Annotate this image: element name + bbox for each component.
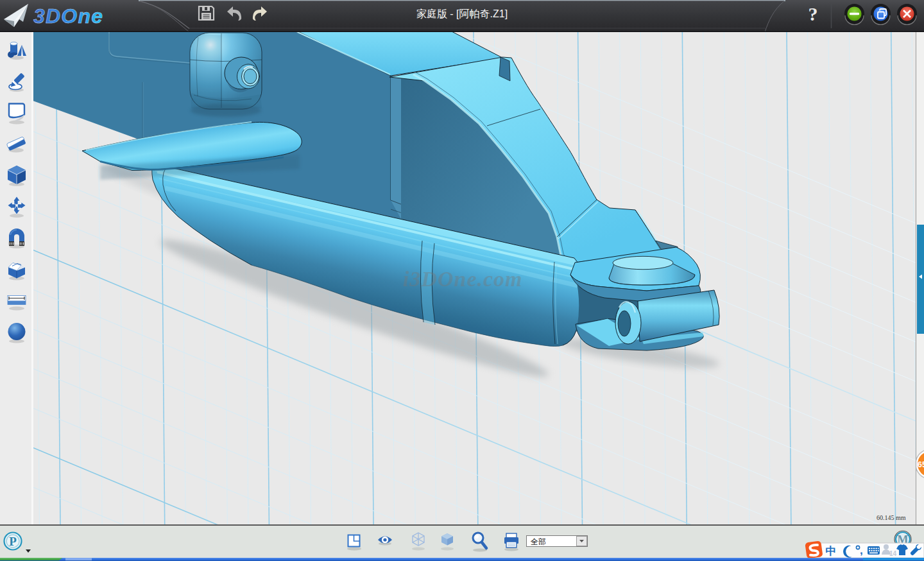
svg-text:,: , bbox=[860, 544, 863, 557]
svg-text:14: 14 bbox=[889, 550, 897, 557]
svg-text:i3DOne.com: i3DOne.com bbox=[403, 267, 523, 291]
svg-text:65: 65 bbox=[918, 460, 924, 469]
svg-text:家庭版 - [阿帕奇.Z1]: 家庭版 - [阿帕奇.Z1] bbox=[416, 8, 508, 19]
svg-text:?: ? bbox=[809, 3, 818, 24]
svg-text:全部: 全部 bbox=[531, 537, 546, 546]
svg-text:P: P bbox=[9, 535, 17, 548]
svg-text:3DOne: 3DOne bbox=[33, 4, 103, 28]
svg-text:中: 中 bbox=[826, 545, 837, 557]
